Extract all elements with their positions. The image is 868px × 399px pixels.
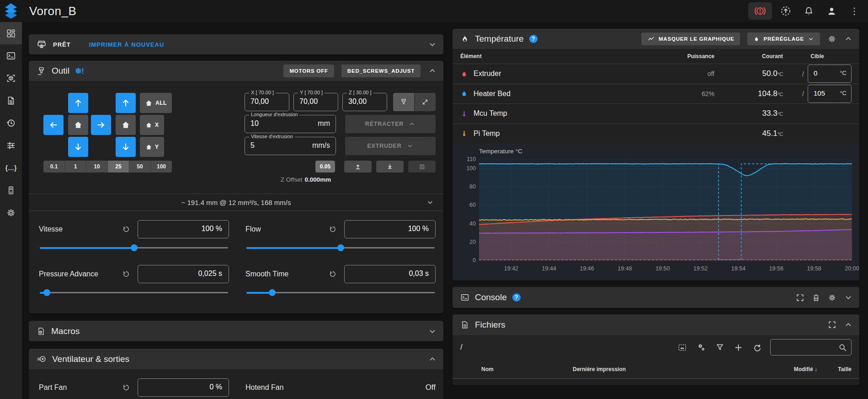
file-settings-gears-icon[interactable]: [696, 342, 706, 352]
position-x-field[interactable]: X [ 70.00 ]70,00: [245, 93, 289, 111]
part-fan-input[interactable]: 0 %: [138, 378, 229, 397]
collapse-chevron-icon[interactable]: [428, 66, 437, 75]
factor-input[interactable]: 0,025 s: [138, 265, 229, 283]
extrusion-length-field[interactable]: Longueur d'extrusion 10 mm: [245, 115, 336, 133]
home-xy-button[interactable]: [68, 115, 88, 135]
thumbnails-toggle-icon[interactable]: [677, 343, 687, 352]
position-z-field[interactable]: Z [ 30.00 ]30,00: [342, 93, 387, 111]
sidebar-item-dashboard[interactable]: [0, 22, 22, 44]
help-icon[interactable]: ?: [529, 35, 538, 43]
sidebar-item-console[interactable]: [0, 44, 22, 67]
fullscreen-icon[interactable]: [796, 293, 804, 302]
factor-slider[interactable]: [245, 287, 436, 298]
chevron-down-icon[interactable]: [426, 198, 434, 206]
sidebar-item-gcode-files[interactable]: [0, 89, 22, 112]
factor-input[interactable]: 100 %: [138, 220, 229, 238]
col-modified[interactable]: Modifié ↓: [767, 366, 817, 372]
home-y-button[interactable]: Y: [140, 137, 164, 157]
top-app-bar: Voron_B: [0, 0, 868, 22]
notifications-bell-icon[interactable]: [799, 2, 818, 20]
home-x-button[interactable]: X: [140, 115, 164, 135]
factor-input[interactable]: 100 %: [344, 220, 436, 238]
expand-chevron-icon[interactable]: [428, 327, 437, 336]
temperature-panel: Température ? MASQUER LE GRAPHIQUE PRÉRÉ…: [453, 29, 859, 280]
collapse-chevron-icon[interactable]: [844, 34, 853, 43]
home-all-button[interactable]: ALL: [140, 93, 172, 113]
jog-x-minus-button[interactable]: [43, 115, 64, 135]
zoffset-save-button[interactable]: [408, 161, 436, 173]
move-distance-1[interactable]: 1: [65, 161, 86, 173]
col-name[interactable]: Nom: [481, 366, 573, 372]
move-distance-25[interactable]: 25: [108, 161, 129, 173]
nozzle-mode-toggle-icon[interactable]: [393, 93, 414, 111]
filter-icon[interactable]: [715, 343, 724, 352]
speed-factors: Vitesse100 %Flow100 %Pressure Advance0,0…: [29, 220, 443, 298]
col-last-print[interactable]: Dernière impression: [573, 366, 767, 372]
add-icon[interactable]: [734, 343, 743, 352]
collapse-chevron-icon[interactable]: [844, 320, 853, 329]
jog-z-plus-button[interactable]: [116, 93, 136, 113]
gear-icon[interactable]: [827, 34, 836, 43]
sidebar-item-gcode-viewer[interactable]: [0, 67, 22, 89]
mainsail-logo[interactable]: [0, 0, 22, 22]
sidebar-item-settings[interactable]: [0, 201, 22, 224]
factor-pressure-advance: Pressure Advance0,025 s: [39, 265, 229, 298]
target-temp-input[interactable]: 105°C: [808, 85, 852, 103]
collapse-chevron-icon[interactable]: [428, 355, 437, 364]
reset-icon[interactable]: [122, 270, 130, 278]
jog-x-plus-button[interactable]: [91, 115, 111, 135]
toolhead-panel: Outil ❄! MOTORS OFF BED_SCREWS_ADJUST AL…: [29, 61, 443, 313]
zoffset-up-button[interactable]: [344, 161, 372, 173]
panel-title: Macros: [51, 326, 80, 336]
reset-icon[interactable]: [122, 383, 130, 392]
emergency-stop-button[interactable]: [748, 2, 772, 20]
retract-button[interactable]: RÉTRACTER: [345, 115, 436, 133]
factor-slider[interactable]: [39, 287, 229, 298]
sidebar-item-tune[interactable]: [0, 134, 22, 156]
move-distance-50[interactable]: 50: [129, 161, 151, 173]
expand-chevron-icon[interactable]: [844, 293, 853, 302]
panel-title: Fichiers: [475, 320, 506, 330]
extrusion-estimate-row[interactable]: ~ 191.4 mm @ 12 mm³/s, 168 mm/s: [29, 194, 443, 211]
move-distance-100[interactable]: 100: [151, 161, 172, 173]
target-temp-input[interactable]: 0°C: [808, 65, 852, 83]
bed-screws-adjust-button[interactable]: BED_SCREWS_ADJUST: [341, 65, 421, 77]
factor-slider[interactable]: [245, 242, 436, 253]
move-distance-0.1[interactable]: 0.1: [43, 161, 65, 173]
move-distance-10[interactable]: 10: [86, 161, 108, 173]
reset-icon[interactable]: [122, 225, 130, 233]
preset-button[interactable]: PRÉRÉGLAGE: [747, 32, 820, 45]
col-size[interactable]: Taille: [817, 366, 852, 372]
zoffset-increment-button[interactable]: 0.05: [315, 161, 335, 173]
sidebar-item-history[interactable]: [0, 112, 22, 134]
reset-icon[interactable]: [329, 225, 337, 233]
position-y-field[interactable]: Y [ 70.00 ]70,00: [293, 93, 338, 111]
home-z-button[interactable]: [116, 115, 136, 135]
jog-y-plus-button[interactable]: [68, 93, 88, 113]
factor-input[interactable]: 0,03 s: [344, 265, 436, 283]
jog-z-minus-button[interactable]: [116, 137, 136, 157]
reprint-button[interactable]: IMPRIMER À NOUVEAU: [89, 41, 165, 48]
cross-move-mode-toggle-icon[interactable]: [414, 93, 436, 111]
hotend-fan-value: Off: [426, 383, 436, 392]
gear-icon[interactable]: [828, 293, 836, 302]
reset-icon[interactable]: [329, 270, 337, 278]
help-icon[interactable]: ?: [512, 293, 521, 302]
overflow-menu-icon[interactable]: ⋮: [845, 2, 863, 20]
extrusion-speed-field[interactable]: Vitesse d'extrusion 5 mm/s: [245, 137, 336, 155]
motors-off-button[interactable]: MOTORS OFF: [283, 65, 334, 77]
file-search-input[interactable]: [770, 339, 852, 356]
sidebar-item-machine[interactable]: [0, 179, 22, 201]
update-available-icon[interactable]: [777, 2, 795, 20]
factor-slider[interactable]: [39, 242, 229, 253]
refresh-icon[interactable]: [752, 343, 762, 352]
trash-icon[interactable]: [812, 293, 820, 302]
hide-graph-button[interactable]: MASQUER LE GRAPHIQUE: [641, 32, 740, 45]
sidebar-item-config[interactable]: {…}: [0, 156, 22, 179]
user-account-icon[interactable]: [822, 2, 841, 20]
chevron-down-icon[interactable]: [428, 40, 437, 49]
extrude-button[interactable]: EXTRUDER: [345, 137, 436, 155]
jog-y-minus-button[interactable]: [68, 137, 88, 157]
zoffset-down-button[interactable]: [376, 161, 404, 173]
fullscreen-icon[interactable]: [828, 320, 836, 329]
